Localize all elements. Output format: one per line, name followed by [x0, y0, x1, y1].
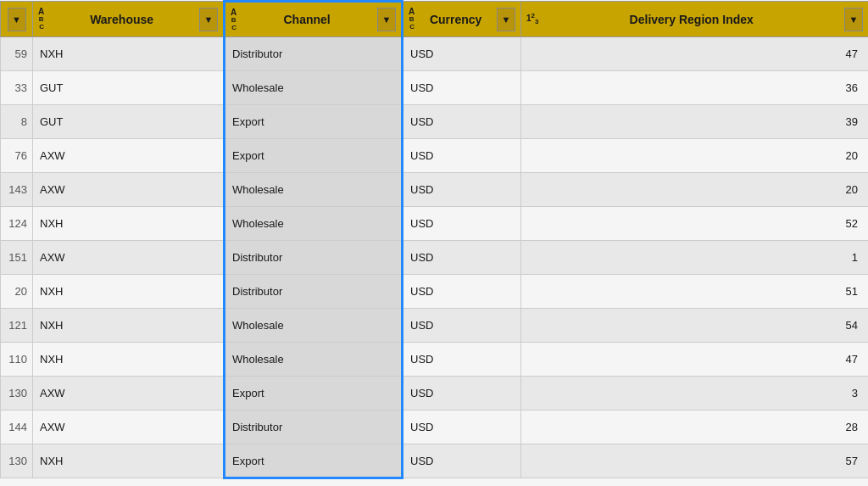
table-row: 144AXWDistributorUSD28 [1, 411, 869, 444]
currency-cell: USD [403, 37, 521, 71]
table-row: 130AXWExportUSD3 [1, 377, 869, 411]
warehouse-cell: AXW [33, 173, 225, 207]
currency-cell: USD [403, 275, 521, 309]
channel-column-header: ABC Channel ▼ [225, 2, 403, 37]
channel-cell: Distributor [225, 241, 403, 275]
currency-cell: USD [403, 105, 521, 139]
delivery-cell: 39 [521, 105, 869, 139]
currency-cell: USD [403, 343, 521, 377]
currency-cell: USD [403, 309, 521, 343]
warehouse-cell: NXH [33, 309, 225, 343]
delivery-cell: 54 [521, 309, 869, 343]
delivery-cell: 20 [521, 173, 869, 207]
table-row: 151AXWDistributorUSD1 [1, 241, 869, 275]
channel-cell: Export [225, 139, 403, 173]
warehouse-cell: NXH [33, 444, 225, 478]
channel-cell: Distributor [225, 411, 403, 444]
currency-column-label: Currency [418, 13, 493, 26]
delivery-cell: 47 [521, 343, 869, 377]
channel-cell: Wholesale [225, 309, 403, 343]
warehouse-cell: AXW [33, 241, 225, 275]
index-cell: 33 [1, 71, 33, 105]
warehouse-cell: NXH [33, 343, 225, 377]
delivery-dropdown-button[interactable]: ▼ [844, 8, 863, 31]
channel-cell: Export [225, 444, 403, 478]
index-dropdown-button[interactable]: ▼ [8, 8, 26, 31]
warehouse-column-header: ABC Warehouse ▼ [33, 2, 225, 37]
num-icon: 123 [526, 12, 538, 25]
index-cell: 144 [1, 411, 33, 444]
currency-cell: USD [403, 173, 521, 207]
delivery-column-header: 123 Delivery Region Index ▼ [521, 2, 869, 37]
channel-cell: Wholesale [225, 71, 403, 105]
warehouse-cell: NXH [33, 37, 225, 71]
warehouse-cell: AXW [33, 139, 225, 173]
warehouse-cell: GUT [33, 105, 225, 139]
warehouse-cell: AXW [33, 411, 225, 444]
currency-cell: USD [403, 139, 521, 173]
index-cell: 151 [1, 241, 33, 275]
warehouse-dropdown-button[interactable]: ▼ [199, 8, 218, 31]
data-table: ▼ ABC Warehouse ▼ ABC Channel ▼ [0, 0, 868, 486]
channel-cell: Export [225, 377, 403, 411]
currency-column-header: ABC Currency ▼ [403, 2, 521, 37]
index-cell: 124 [1, 207, 33, 241]
table-row: 130NXHExportUSD57 [1, 444, 869, 478]
index-cell: 143 [1, 173, 33, 207]
channel-cell: Distributor [225, 37, 403, 71]
delivery-column-label: Delivery Region Index [542, 13, 841, 26]
currency-cell: USD [403, 444, 521, 478]
table-row: 33GUTWholesaleUSD36 [1, 71, 869, 105]
abc-icon-channel: ABC [231, 8, 236, 32]
channel-column-label: Channel [240, 13, 374, 26]
currency-cell: USD [403, 377, 521, 411]
warehouse-cell: AXW [33, 377, 225, 411]
index-cell: 20 [1, 275, 33, 309]
table-row: 110NXHWholesaleUSD47 [1, 343, 869, 377]
channel-dropdown-button[interactable]: ▼ [377, 8, 396, 31]
warehouse-column-label: Warehouse [47, 13, 196, 26]
table-row: 121NXHWholesaleUSD54 [1, 309, 869, 343]
warehouse-cell: GUT [33, 71, 225, 105]
delivery-cell: 52 [521, 207, 869, 241]
index-cell: 130 [1, 377, 33, 411]
index-cell: 8 [1, 105, 33, 139]
index-cell: 121 [1, 309, 33, 343]
warehouse-cell: NXH [33, 275, 225, 309]
delivery-cell: 28 [521, 411, 869, 444]
index-cell: 130 [1, 444, 33, 478]
delivery-cell: 36 [521, 71, 869, 105]
table-row: 59NXHDistributorUSD47 [1, 37, 869, 71]
channel-cell: Wholesale [225, 173, 403, 207]
delivery-cell: 20 [521, 139, 869, 173]
table-row: 20NXHDistributorUSD51 [1, 275, 869, 309]
currency-dropdown-button[interactable]: ▼ [497, 8, 515, 31]
index-cell: 76 [1, 139, 33, 173]
delivery-cell: 47 [521, 37, 869, 71]
table-row: 143AXWWholesaleUSD20 [1, 173, 869, 207]
currency-cell: USD [403, 71, 521, 105]
delivery-cell: 3 [521, 377, 869, 411]
table-row: 8GUTExportUSD39 [1, 105, 869, 139]
delivery-cell: 1 [521, 241, 869, 275]
table-row: 124NXHWholesaleUSD52 [1, 207, 869, 241]
currency-cell: USD [403, 207, 521, 241]
warehouse-cell: NXH [33, 207, 225, 241]
delivery-cell: 51 [521, 275, 869, 309]
abc-icon-currency: ABC [409, 7, 415, 31]
index-column-header: ▼ [1, 2, 33, 37]
channel-cell: Wholesale [225, 343, 403, 377]
index-cell: 59 [1, 37, 33, 71]
abc-icon: ABC [38, 7, 44, 31]
channel-cell: Distributor [225, 275, 403, 309]
currency-cell: USD [403, 411, 521, 444]
channel-cell: Wholesale [225, 207, 403, 241]
index-cell: 110 [1, 343, 33, 377]
channel-cell: Export [225, 105, 403, 139]
currency-cell: USD [403, 241, 521, 275]
delivery-cell: 57 [521, 444, 869, 478]
table-row: 76AXWExportUSD20 [1, 139, 869, 173]
